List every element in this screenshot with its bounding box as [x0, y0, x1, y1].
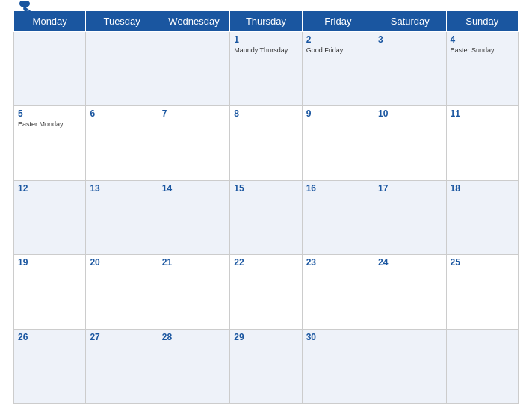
- day-number: 27: [90, 332, 153, 342]
- day-number: 3: [378, 34, 442, 45]
- calendar-cell: 17: [374, 180, 446, 254]
- logo-bird-icon: [16, 0, 31, 13]
- calendar-cell: 29: [230, 329, 302, 403]
- calendar-cell: 23: [302, 255, 374, 329]
- day-number: 18: [451, 183, 514, 194]
- day-number: 14: [162, 183, 226, 194]
- weekday-header-tuesday: Tuesday: [86, 11, 158, 32]
- calendar-cell: 8: [230, 106, 302, 180]
- calendar-table: MondayTuesdayWednesdayThursdayFridaySatu…: [13, 10, 519, 404]
- calendar-week-3: 12131415161718: [14, 180, 519, 254]
- calendar-cell: 6: [86, 106, 158, 180]
- day-number: 17: [378, 183, 442, 194]
- calendar-week-5: 2627282930: [14, 329, 519, 403]
- calendar-cell: 19: [14, 255, 86, 329]
- holiday-label: Good Friday: [306, 46, 370, 55]
- calendar-cell: 11: [446, 106, 518, 180]
- weekday-header-thursday: Thursday: [230, 11, 302, 32]
- calendar-cell: 13: [86, 180, 158, 254]
- holiday-label: Maundy Thursday: [234, 46, 297, 55]
- day-number: 15: [234, 183, 297, 194]
- calendar-cell: [14, 32, 86, 106]
- weekday-header-wednesday: Wednesday: [158, 11, 229, 32]
- calendar-cell: 26: [14, 329, 86, 403]
- day-number: 12: [18, 183, 81, 194]
- day-number: 16: [306, 183, 370, 194]
- day-number: 5: [18, 108, 81, 119]
- weekday-header-row: MondayTuesdayWednesdayThursdayFridaySatu…: [14, 11, 519, 32]
- day-number: 1: [234, 34, 297, 45]
- calendar-week-4: 19202122232425: [14, 255, 519, 329]
- calendar-cell: 27: [86, 329, 158, 403]
- day-number: 7: [162, 108, 226, 119]
- weekday-header-monday: Monday: [14, 11, 86, 32]
- calendar-cell: 21: [158, 255, 229, 329]
- calendar-cell: [446, 329, 518, 403]
- holiday-label: Easter Monday: [18, 120, 81, 129]
- calendar-cell: 15: [230, 180, 302, 254]
- calendar-cell: 3: [374, 32, 446, 106]
- weekday-header-sunday: Sunday: [446, 11, 518, 32]
- day-number: 23: [306, 257, 370, 268]
- calendar-week-2: 5Easter Monday67891011: [14, 106, 519, 180]
- calendar-cell: [158, 32, 229, 106]
- logo: [13, 1, 31, 13]
- weekday-header-friday: Friday: [302, 11, 374, 32]
- calendar-cell: 12: [14, 180, 86, 254]
- day-number: 24: [378, 257, 442, 268]
- day-number: 21: [162, 257, 226, 268]
- day-number: 10: [378, 108, 442, 119]
- calendar-cell: 10: [374, 106, 446, 180]
- calendar-cell: 28: [158, 329, 229, 403]
- calendar-cell: 30: [302, 329, 374, 403]
- calendar-cell: 24: [374, 255, 446, 329]
- calendar-cell: 9: [302, 106, 374, 180]
- day-number: 2: [306, 34, 370, 45]
- calendar-cell: [374, 329, 446, 403]
- day-number: 28: [162, 332, 226, 342]
- calendar-cell: 7: [158, 106, 229, 180]
- weekday-header-saturday: Saturday: [374, 11, 446, 32]
- day-number: 26: [18, 332, 81, 342]
- holiday-label: Easter Sunday: [451, 46, 514, 55]
- calendar-cell: 25: [446, 255, 518, 329]
- day-number: 22: [234, 257, 297, 268]
- day-number: 4: [451, 34, 514, 45]
- day-number: 29: [234, 332, 297, 342]
- calendar-cell: 5Easter Monday: [14, 106, 86, 180]
- day-number: 20: [90, 257, 153, 268]
- calendar-cell: 14: [158, 180, 229, 254]
- calendar-cell: 18: [446, 180, 518, 254]
- calendar-cell: 1Maundy Thursday: [230, 32, 302, 106]
- day-number: 8: [234, 108, 297, 119]
- calendar-cell: 16: [302, 180, 374, 254]
- calendar-cell: 2Good Friday: [302, 32, 374, 106]
- day-number: 9: [306, 108, 370, 119]
- calendar-cell: 22: [230, 255, 302, 329]
- calendar-cell: 20: [86, 255, 158, 329]
- day-number: 13: [90, 183, 153, 194]
- calendar-cell: 4Easter Sunday: [446, 32, 518, 106]
- day-number: 6: [90, 108, 153, 119]
- calendar-cell: [86, 32, 158, 106]
- day-number: 11: [451, 108, 514, 119]
- day-number: 19: [18, 257, 81, 268]
- day-number: 30: [306, 332, 370, 342]
- day-number: 25: [451, 257, 514, 268]
- calendar-week-1: 1Maundy Thursday2Good Friday34Easter Sun…: [14, 32, 519, 106]
